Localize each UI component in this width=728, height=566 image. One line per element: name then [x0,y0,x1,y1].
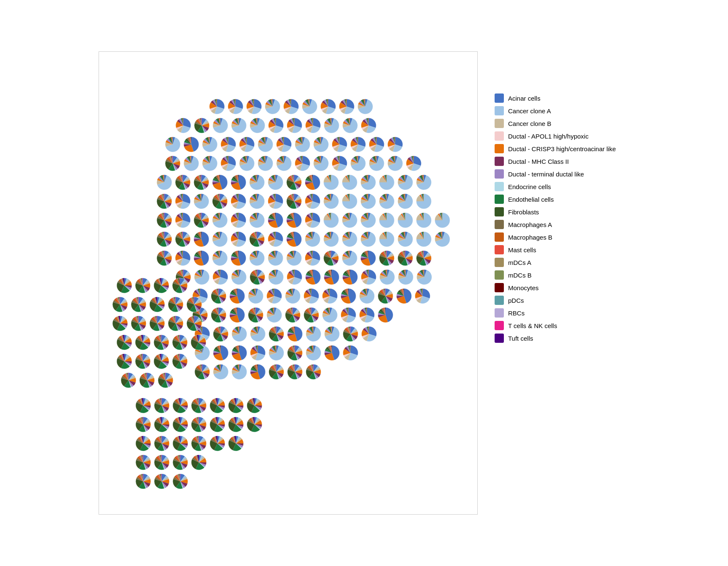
legend-swatch [495,131,504,141]
legend-swatch [495,245,504,254]
legend-item: Monocytes [495,283,629,292]
legend-item: T cells & NK cells [495,321,629,330]
legend-swatch [495,308,504,318]
legend-swatch [495,144,504,153]
legend-swatch [495,258,504,267]
legend-swatch [495,182,504,191]
legend-swatch [495,220,504,229]
legend-swatch [495,296,504,305]
legend-label: Macrophages A [508,221,552,228]
legend-item: Ductal - APOL1 high/hypoxic [495,131,629,141]
legend-label: Acinar cells [508,95,541,102]
legend-item: Endocrine cells [495,182,629,191]
legend-label: Cancer clone B [508,120,551,127]
legend-item: Ductal - terminal ductal like [495,169,629,179]
legend-item: Cancer clone B [495,119,629,128]
legend-label: Macrophages B [508,234,552,241]
legend-swatch [495,321,504,330]
legend-swatch [495,93,504,103]
legend-label: pDCs [508,297,524,304]
legend-swatch [495,195,504,204]
legend-label: Cancer clone A [508,107,551,115]
legend-item: pDCs [495,296,629,305]
legend-label: Ductal - CRISP3 high/centroacinar like [508,145,616,152]
legend-label: Fibroblasts [508,208,539,216]
chart-area [99,51,478,515]
legend-swatch [495,169,504,179]
legend-swatch [495,283,504,292]
legend-label: Tuft cells [508,335,533,342]
legend-label: Endocrine cells [508,183,551,190]
legend-item: Acinar cells [495,93,629,103]
legend-label: T cells & NK cells [508,322,557,329]
legend-label: Endothelial cells [508,196,554,203]
legend-item: Macrophages B [495,232,629,242]
legend-item: Cancer clone A [495,106,629,115]
legend-label: Ductal - MHC Class II [508,158,569,165]
legend-label: Ductal - terminal ductal like [508,171,584,178]
legend-item: Fibroblasts [495,207,629,216]
legend-panel: Acinar cellsCancer clone ACancer clone B… [495,51,629,343]
legend-swatch [495,270,504,280]
legend-item: Mast cells [495,245,629,254]
legend-item: mDCs B [495,270,629,280]
legend-label: RBCs [508,310,525,317]
legend-item: Ductal - CRISP3 high/centroacinar like [495,144,629,153]
legend-swatch [495,119,504,128]
legend-swatch [495,106,504,115]
legend-label: Ductal - APOL1 high/hypoxic [508,133,589,140]
legend-swatch [495,334,504,343]
legend-item: Tuft cells [495,334,629,343]
legend-swatch [495,157,504,166]
legend-item: Macrophages A [495,220,629,229]
chart-svg [99,52,478,515]
legend-swatch [495,207,504,216]
main-container: Acinar cellsCancer clone ACancer clone B… [99,51,629,515]
legend-label: mDCs A [508,259,531,266]
legend-label: Monocytes [508,284,539,291]
legend-item: Ductal - MHC Class II [495,157,629,166]
legend-item: RBCs [495,308,629,318]
legend-swatch [495,232,504,242]
legend-item: Endothelial cells [495,195,629,204]
legend-item: mDCs A [495,258,629,267]
legend-label: Mast cells [508,246,536,254]
legend-label: mDCs B [508,272,532,279]
